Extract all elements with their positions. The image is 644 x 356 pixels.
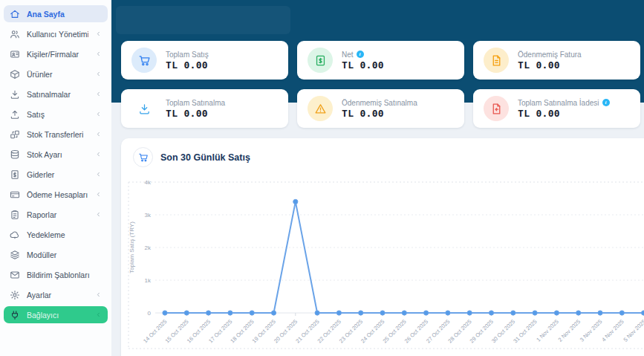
svg-text:3 Nov 2025: 3 Nov 2025 [579,318,603,343]
chart-title: Son 30 Günlük Satış [160,152,250,163]
plug-icon [10,310,20,320]
sidebar-item-label: Modüller [27,250,102,259]
stat-card: Toplam SatınalmaTL 0.00 [121,89,288,128]
sidebar-item-label: Kullanıcı Yönetimi [27,30,88,39]
svg-text:Toplam Satış (TRY): Toplam Satış (TRY) [129,221,135,274]
sidebar-item-label: Giderler [27,170,88,179]
svg-text:1 Nov 2025: 1 Nov 2025 [535,318,559,343]
stat-card-label: Ödenmemiş Satınalma [342,99,417,107]
chevron-left-icon [95,151,102,158]
stat-card-label: Net [342,51,354,59]
stat-card: Toplam SatışTL 0.00 [121,41,288,80]
sidebar-item-label: Raporlar [27,210,88,219]
svg-text:31 Oct 2025: 31 Oct 2025 [512,318,538,344]
download-icon [131,96,157,121]
report-icon [10,210,20,220]
stat-card-label: Toplam Satış [166,51,209,59]
sidebar-item-label: Yedekleme [27,230,102,239]
svg-text:4k: 4k [145,179,152,186]
layers-icon [10,250,20,260]
sidebar-item-label: Stok Transferleri [27,130,88,139]
sidebar-item-database[interactable]: Stok Ayarı [4,146,108,163]
package-icon [10,69,20,80]
stat-card-value: TL 0.00 [518,108,610,119]
sidebar-item-label: Bildirim Şablonları [27,271,102,279]
home-icon [10,9,20,19]
header-placeholder [116,6,290,34]
stat-card-value: TL 0.00 [342,59,384,71]
svg-text:1k: 1k [145,277,152,284]
stat-card: NetiTL 0.00 [297,41,464,80]
stat-card: Ödenmemiş FaturaTL 0.00 [473,41,640,80]
users-icon [10,29,20,39]
sidebar: Ana SayfaKullanıcı YönetimiKişiler/Firma… [0,0,111,356]
database-icon [10,149,20,160]
chevron-left-icon [95,211,102,218]
sidebar-item-stock-transfer[interactable]: Stok Transferleri [4,126,108,143]
gear-icon [10,290,20,300]
sidebar-item-label: Ana Sayfa [27,10,102,19]
stat-card-value: TL 0.00 [342,108,417,119]
cart-icon [131,48,157,73]
stat-card: Toplam Satınalma İadesiiTL 0.00 [473,89,640,128]
file-return-icon [484,96,509,121]
stat-card-label: Ödenmemiş Fatura [518,51,582,59]
chevron-left-icon [95,191,102,198]
sidebar-item-label: Stok Ayarı [27,150,88,159]
banknote-icon [308,48,333,73]
warning-icon [308,96,333,121]
cart-icon [133,147,153,167]
sidebar-item-plug[interactable]: Bağlayıcı [4,306,108,323]
expense-icon [10,169,20,180]
stat-card-value: TL 0.00 [166,59,209,71]
stat-cards: Toplam SatışTL 0.00NetiTL 0.00Ödenmemiş … [121,41,640,128]
sidebar-item-package[interactable]: Ürünler [4,65,108,82]
mail-icon [10,270,20,280]
sidebar-item-download[interactable]: Satınalmalar [4,85,108,103]
sidebar-item-cloud[interactable]: Yedekleme [4,226,108,243]
sidebar-item-contact-card[interactable]: Kişiler/Firmalar [4,45,108,62]
sidebar-item-upload[interactable]: Satış [4,106,108,123]
info-icon[interactable]: i [357,51,364,58]
sidebar-item-gear[interactable]: Ayarlar [4,286,108,303]
invoice-icon [484,48,509,73]
sidebar-item-report[interactable]: Raporlar [4,206,108,223]
svg-text:2k: 2k [145,245,152,251]
chevron-left-icon [95,111,102,117]
svg-text:0: 0 [148,310,152,317]
stat-card-label: Toplam Satınalma [166,99,225,107]
sidebar-item-mail[interactable]: Bildirim Şablonları [4,266,108,283]
stat-card: Ödenmemiş SatınalmaTL 0.00 [297,89,464,128]
sidebar-item-label: Satınalmalar [27,90,88,99]
svg-text:2 Nov 2025: 2 Nov 2025 [557,318,582,343]
download-icon [10,89,20,100]
svg-text:3k: 3k [145,212,152,219]
sidebar-item-label: Ayarlar [27,291,88,300]
sidebar-item-label: Ödeme Hesapları [27,190,88,199]
upload-icon [10,109,20,120]
sidebar-item-label: Satış [27,110,88,119]
sidebar-item-layers[interactable]: Modüller [4,246,108,263]
chevron-left-icon [95,51,102,57]
cloud-icon [10,230,20,240]
sidebar-item-credit-card[interactable]: Ödeme Hesapları [4,186,108,203]
app-window: Ana SayfaKullanıcı YönetimiKişiler/Firma… [0,0,644,356]
sidebar-item-expense[interactable]: Giderler [4,166,108,183]
chevron-left-icon [95,311,102,318]
chart-header: Son 30 Günlük Satış [133,147,250,167]
credit-card-icon [10,190,20,200]
sales-chart-card: 01k2k3k4kToplam Satış (TRY)14 Oct 202515… [121,138,644,356]
sidebar-item-users[interactable]: Kullanıcı Yönetimi [4,25,108,42]
chevron-left-icon [95,91,102,97]
sales-line-chart: 01k2k3k4kToplam Satış (TRY)14 Oct 202515… [121,138,644,356]
sidebar-item-label: Kişiler/Firmalar [27,50,88,59]
svg-text:4 Nov 2025: 4 Nov 2025 [600,318,625,343]
chevron-left-icon [95,131,102,137]
stat-card-value: TL 0.00 [518,59,582,71]
chevron-left-icon [95,71,102,77]
sidebar-item-home[interactable]: Ana Sayfa [4,5,108,22]
main-content: Toplam SatışTL 0.00NetiTL 0.00Ödenmemiş … [111,0,644,356]
sidebar-item-label: Bağlayıcı [27,311,88,320]
chevron-left-icon [95,291,102,298]
info-icon[interactable]: i [602,99,610,106]
